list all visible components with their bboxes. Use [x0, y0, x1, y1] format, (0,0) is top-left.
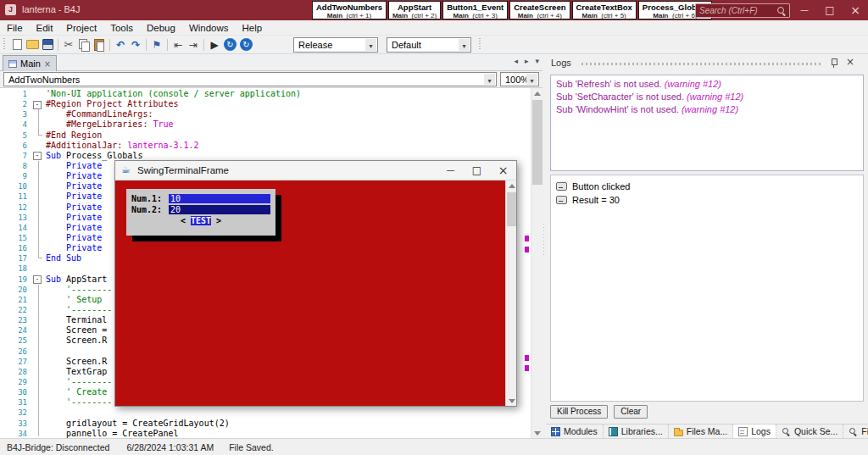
- indent-icon[interactable]: ⇥: [186, 37, 201, 53]
- panel-tab-modules[interactable]: Modules: [546, 424, 604, 438]
- code-line[interactable]: '--------: [44, 377, 112, 387]
- terminal-scrollbar[interactable]: [505, 180, 516, 406]
- code-line[interactable]: #MergeLibraries: True: [44, 119, 174, 130]
- code-line[interactable]: pannello = CreatePanel: [44, 429, 179, 438]
- copy-icon[interactable]: [76, 37, 92, 53]
- maximize-icon[interactable]: [464, 161, 490, 180]
- module-button-appstart[interactable]: AppStartMain (ctrl + 2): [388, 1, 441, 19]
- scroll-up-icon[interactable]: [506, 180, 518, 191]
- code-line[interactable]: '--------: [44, 285, 112, 295]
- module-button-createtextbox[interactable]: CreateTextBoxMain (ctrl + 5): [572, 1, 637, 19]
- code-line[interactable]: #AdditionalJar: lanterna-3.1.2: [44, 141, 199, 151]
- next-tab-icon[interactable]: [525, 57, 529, 65]
- bookmark-icon[interactable]: ⚑: [149, 37, 164, 53]
- code-line[interactable]: Private: [44, 161, 102, 171]
- code-line[interactable]: Screen.R: [44, 336, 107, 346]
- new-file-icon[interactable]: [9, 37, 25, 53]
- kill-process-button[interactable]: Kill Process: [550, 405, 608, 419]
- menu-file[interactable]: File: [0, 20, 30, 36]
- menu-debug[interactable]: Debug: [140, 20, 182, 36]
- code-line[interactable]: Screen.R: [44, 357, 107, 367]
- code-line[interactable]: Private: [44, 223, 102, 233]
- menu-edit[interactable]: Edit: [30, 20, 60, 36]
- pin-icon[interactable]: [829, 58, 839, 69]
- scroll-up-icon[interactable]: [531, 88, 542, 99]
- search-icon[interactable]: [777, 7, 787, 16]
- log-entry[interactable]: Result = 30: [556, 193, 858, 207]
- tab-list-icon[interactable]: [535, 57, 539, 65]
- terminal-textbox-1[interactable]: 10: [169, 194, 270, 203]
- code-line[interactable]: '--------: [44, 397, 112, 408]
- code-line[interactable]: #Region Project Attributes: [44, 99, 179, 109]
- menu-help[interactable]: Help: [236, 20, 270, 36]
- menu-tools[interactable]: Tools: [103, 20, 140, 36]
- scrollbar-thumb[interactable]: [532, 100, 542, 185]
- code-line[interactable]: [44, 408, 46, 418]
- prev-tab-icon[interactable]: [514, 57, 518, 65]
- menu-windows[interactable]: Windows: [182, 20, 236, 36]
- pane-drag-grip[interactable]: [581, 63, 821, 65]
- fold-collapse-icon[interactable]: -: [33, 152, 42, 160]
- code-line[interactable]: Private: [44, 243, 102, 253]
- paste-icon[interactable]: [92, 37, 107, 53]
- fold-collapse-icon[interactable]: -: [33, 275, 42, 284]
- run-icon[interactable]: ▶: [207, 37, 222, 53]
- module-button-button1_event[interactable]: Button1_EventMain (ctrl + 3): [442, 1, 508, 19]
- panel-tab-quickse[interactable]: Quick Se...: [776, 424, 843, 438]
- panel-tab-libraries[interactable]: Libraries...: [604, 424, 669, 438]
- panel-tab-filesma[interactable]: Files Ma...: [669, 424, 733, 438]
- close-icon[interactable]: [490, 161, 516, 180]
- code-line[interactable]: Terminal: [44, 315, 107, 325]
- code-line[interactable]: Screen =: [44, 325, 107, 336]
- tab-close-icon[interactable]: [44, 59, 51, 69]
- outdent-icon[interactable]: ⇤: [170, 37, 186, 53]
- undo-icon[interactable]: ↶: [113, 37, 128, 53]
- build-config-dropdown[interactable]: Release: [293, 37, 378, 53]
- scrollbar-thumb[interactable]: [507, 192, 516, 226]
- menu-project[interactable]: Project: [59, 20, 103, 36]
- code-line[interactable]: Private: [44, 213, 102, 223]
- code-line[interactable]: [44, 347, 46, 357]
- close-icon[interactable]: [844, 56, 856, 69]
- clear-logs-button[interactable]: Clear: [614, 405, 648, 419]
- terminal-screen[interactable]: Num.1:10Num.2:20 < TEST >: [115, 180, 516, 406]
- code-line[interactable]: ' Create: [44, 387, 107, 397]
- tab-main[interactable]: Main: [3, 55, 57, 71]
- maximize-icon[interactable]: [817, 0, 843, 20]
- panel-tab-findallre[interactable]: Find All Re...: [843, 424, 868, 438]
- scroll-down-icon[interactable]: [531, 427, 542, 438]
- redo-icon[interactable]: ↷: [128, 37, 143, 53]
- module-button-createscreen[interactable]: CreateScreenMain (ctrl + 4): [509, 1, 570, 19]
- code-line[interactable]: 'Non-UI application (console / server ap…: [44, 89, 301, 99]
- terminal-window-titlebar[interactable]: SwingTerminalFrame: [115, 161, 516, 180]
- search-input[interactable]: [699, 5, 776, 16]
- build-icon[interactable]: ↻: [224, 38, 236, 51]
- code-line[interactable]: Private: [44, 171, 102, 181]
- log-output-box[interactable]: Button clickedResult = 30: [550, 175, 864, 402]
- code-line[interactable]: '--------: [44, 305, 112, 315]
- minimize-icon[interactable]: [792, 0, 817, 20]
- zoom-dropdown[interactable]: 100%: [500, 72, 539, 86]
- log-warnings-box[interactable]: Sub 'Refresh' is not used. (warning #12)…: [550, 75, 864, 171]
- code-line[interactable]: [44, 264, 46, 274]
- close-icon[interactable]: [843, 0, 868, 20]
- code-line[interactable]: #CommandLineArgs:: [44, 109, 153, 119]
- open-icon[interactable]: [25, 37, 40, 53]
- log-entry[interactable]: Button clicked: [556, 180, 858, 193]
- code-line[interactable]: Private: [44, 191, 102, 202]
- code-line[interactable]: gridlayout = CreateGridLayout(2): [44, 419, 230, 429]
- code-line[interactable]: Private: [44, 203, 102, 213]
- terminal-test-button[interactable]: < TEST >: [131, 215, 270, 226]
- code-line[interactable]: Sub AppStart: [44, 275, 107, 285]
- cut-icon[interactable]: ✂: [61, 37, 76, 53]
- code-navigator-dropdown[interactable]: AddTwoNumbers: [3, 72, 497, 86]
- rebuild-icon[interactable]: ↻: [240, 38, 253, 51]
- terminal-textbox-2[interactable]: 20: [169, 205, 270, 214]
- code-line[interactable]: Private: [44, 181, 102, 191]
- profile-dropdown[interactable]: Default: [387, 37, 471, 53]
- code-line[interactable]: #End Region: [44, 130, 102, 141]
- module-button-addtwonumbers[interactable]: AddTwoNumbersMain (ctrl + 1): [312, 1, 387, 19]
- code-line[interactable]: TextGrap: [44, 367, 107, 377]
- scroll-down-icon[interactable]: [506, 395, 518, 406]
- code-line[interactable]: ' Setup: [44, 295, 102, 305]
